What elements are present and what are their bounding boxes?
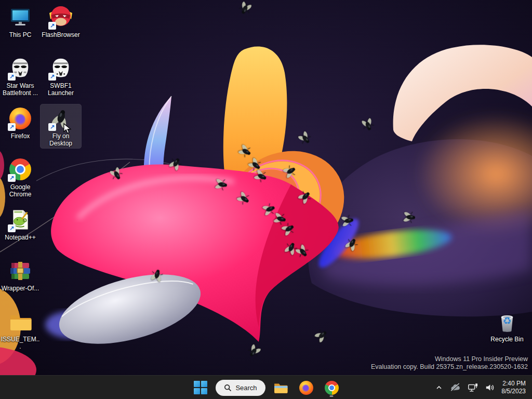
clock-time: 2:40 PM: [501, 380, 526, 388]
desktop-icon-google-chrome[interactable]: ↗ Google Chrome: [0, 155, 41, 198]
hidden-icons-button[interactable]: [432, 378, 446, 397]
shortcut-arrow-icon: ↗: [8, 73, 16, 81]
chrome-icon: [325, 381, 339, 395]
stormtrooper-icon: ↗: [48, 56, 73, 81]
running-app-indicator: [330, 395, 334, 397]
taskbar-clock[interactable]: 2:40 PM 8/5/2023: [498, 380, 530, 395]
desktop-icon-label: Firefox: [11, 132, 30, 140]
folder-icon: [8, 309, 33, 334]
fly-icon: ↗: [48, 106, 73, 131]
search-icon: [224, 384, 232, 392]
taskbar-center: Search: [190, 376, 342, 399]
desktop-icon-wrapper-of[interactable]: Wrapper-Of...: [0, 257, 41, 292]
windows-logo-icon: [194, 381, 207, 394]
firefox-icon: [299, 381, 313, 395]
onedrive-tray-button[interactable]: [446, 378, 464, 397]
winrar-icon: [8, 258, 33, 283]
desktop-icon-flashbrowser[interactable]: ↗ FlashBrowser: [41, 3, 81, 38]
start-button[interactable]: [190, 377, 211, 398]
insider-watermark: Windows 11 Pro Insider Preview Evaluatio…: [371, 355, 528, 371]
shortcut-arrow-icon: ↗: [48, 22, 56, 30]
desktop-icon-label: ISSUE_TEM...: [0, 336, 41, 350]
chrome-taskbar-button[interactable]: [321, 377, 342, 398]
volume-tray-button[interactable]: [482, 378, 498, 397]
clock-date: 8/5/2023: [501, 388, 526, 395]
this-pc-icon: [8, 5, 33, 30]
desktop-icon-firefox[interactable]: ↗ Firefox: [0, 104, 41, 140]
desktop-icon-star-wars-battlefront[interactable]: ↗ Star Wars Battlefront ...: [0, 54, 41, 97]
cloud-offline-icon: [449, 383, 461, 392]
shortcut-arrow-icon: ↗: [8, 123, 16, 131]
network-tray-button[interactable]: [464, 378, 482, 397]
file-explorer-icon: [273, 380, 288, 395]
chevron-up-icon: [435, 383, 443, 392]
desktop-icon-label: Star Wars Battlefront ...: [0, 82, 41, 97]
desktop-icon-label: Wrapper-Of...: [2, 285, 39, 292]
desktop-icon-this-pc[interactable]: This PC: [0, 3, 41, 38]
watermark-line1: Windows 11 Pro Insider Preview: [371, 355, 528, 363]
desktop-icon-swbf1-launcher[interactable]: ↗ SWBF1 Launcher: [41, 54, 81, 97]
desktop-icon-issue-tem[interactable]: ISSUE_TEM...: [0, 308, 41, 350]
watermark-line2: Evaluation copy. Build 25375.zn_release.…: [371, 363, 528, 371]
desktop-icon-label: Notepad++: [5, 234, 35, 241]
recycle-arrows-icon: ♻: [502, 315, 511, 326]
firefox-icon: ↗: [8, 106, 33, 131]
shortcut-arrow-icon: ↗: [48, 73, 56, 81]
search-box[interactable]: Search: [216, 380, 265, 396]
stormtrooper-pixel-icon: ↗: [8, 56, 33, 81]
desktop-icon-fly-on-desktop[interactable]: ↗ Fly on Desktop: [41, 104, 81, 148]
speaker-icon: [485, 383, 495, 392]
desktop-icon-label: SWBF1 Launcher: [41, 82, 81, 97]
file-explorer-button[interactable]: [270, 377, 291, 398]
chrome-icon: ↗: [8, 157, 33, 182]
notepadpp-icon: ↗: [8, 207, 33, 232]
desktop-icon-recycle-bin[interactable]: ♻ Recycle Bin: [487, 308, 527, 343]
ethernet-network-icon: [467, 382, 478, 393]
shortcut-arrow-icon: ↗: [48, 123, 56, 131]
firefox-taskbar-button[interactable]: [296, 377, 316, 398]
windows-desktop: This PC ↗ FlashBrowser ↗ Star Wars B: [0, 0, 532, 399]
recycle-bin-icon: ♻: [495, 309, 520, 334]
desktop-icon-label: Fly on Desktop: [41, 132, 81, 147]
desktop-icon-label: FlashBrowser: [42, 31, 79, 38]
taskbar: Search: [0, 375, 532, 399]
shortcut-arrow-icon: ↗: [8, 174, 16, 182]
shortcut-arrow-icon: ↗: [8, 224, 16, 232]
desktop-icon-label: Recycle Bin: [490, 336, 523, 343]
system-tray: 2:40 PM 8/5/2023: [432, 376, 530, 399]
desktop-icon-label: This PC: [9, 31, 32, 38]
desktop-icon-notepadpp[interactable]: ↗ Notepad++: [0, 206, 41, 241]
flashbrowser-icon: ↗: [48, 5, 73, 30]
desktop-icon-label: Google Chrome: [0, 183, 41, 198]
search-label: Search: [235, 384, 257, 392]
